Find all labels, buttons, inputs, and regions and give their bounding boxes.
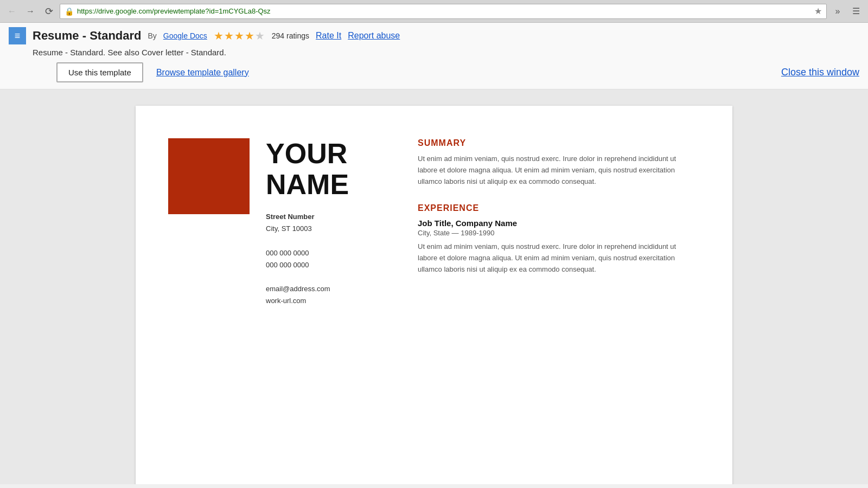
overflow-button[interactable]: » — [830, 4, 845, 19]
city-state-zip: City, ST 10003 — [266, 223, 349, 235]
address-bar: 🔒 https://drive.google.com/previewtempla… — [60, 4, 827, 19]
phone2: 000 000 0000 — [266, 259, 349, 271]
email: email@address.com — [266, 283, 349, 295]
doc-icon: ≡ — [9, 27, 26, 44]
job-title: Job Title, Company Name — [418, 219, 689, 228]
close-window-link[interactable]: Close this window — [781, 67, 859, 78]
resume-right: SUMMARY Ut enim ad minim veniam, quis no… — [418, 138, 689, 275]
back-button[interactable]: ← — [4, 4, 20, 19]
resume-header: YOURNAME Street Number City, ST 10003 00… — [168, 138, 689, 307]
name-block: YOURNAME Street Number City, ST 10003 00… — [266, 138, 349, 307]
forward-button[interactable]: → — [23, 4, 38, 19]
author-link[interactable]: Google Docs — [163, 31, 207, 40]
menu-button[interactable]: ☰ — [848, 4, 864, 19]
name-photo-block: YOURNAME Street Number City, ST 10003 00… — [168, 138, 396, 307]
preview-area: YOURNAME Street Number City, ST 10003 00… — [0, 89, 868, 484]
summary-text: Ut enim ad minim veniam, quis nostrud ex… — [418, 153, 689, 187]
bookmark-icon[interactable]: ★ — [814, 6, 822, 16]
your-name: YOURNAME — [266, 138, 349, 200]
refresh-button[interactable]: ⟳ — [41, 4, 56, 19]
browser-toolbar: ← → ⟳ 🔒 https://drive.google.com/preview… — [0, 0, 868, 23]
photo-placeholder — [168, 138, 250, 214]
lock-icon: 🔒 — [65, 7, 74, 16]
template-title: Resume - Standard — [33, 29, 142, 43]
header-row1: ≡ Resume - Standard By Google Docs ★★★★★… — [9, 27, 859, 44]
resume-page: YOURNAME Street Number City, ST 10003 00… — [136, 106, 732, 484]
star-rating: ★★★★★ — [214, 29, 265, 42]
street-address: Street Number — [266, 211, 349, 223]
header-subtitle: Resume - Standard. See also Cover letter… — [33, 48, 859, 57]
job-meta: City, State — 1989-1990 — [418, 229, 689, 237]
header-bar: ≡ Resume - Standard By Google Docs ★★★★★… — [0, 23, 868, 89]
header-row3: Use this template Browse template galler… — [56, 62, 249, 82]
ratings-count: 294 ratings — [272, 31, 309, 40]
report-link[interactable]: Report abuse — [348, 31, 400, 41]
summary-heading: SUMMARY — [418, 138, 689, 148]
url-text: https://drive.google.com/previewtemplate… — [77, 7, 811, 15]
header-actions: Use this template Browse template galler… — [33, 62, 859, 82]
browse-gallery-link[interactable]: Browse template gallery — [156, 68, 249, 78]
by-text: By — [148, 31, 157, 40]
phone1: 000 000 0000 — [266, 247, 349, 259]
contact-block: Street Number City, ST 10003 000 000 000… — [266, 211, 349, 307]
experience-heading: EXPERIENCE — [418, 203, 689, 213]
job-description: Ut enim ad minim veniam, quis nostrud ex… — [418, 241, 689, 275]
rate-link[interactable]: Rate It — [316, 31, 341, 41]
website: work-url.com — [266, 295, 349, 307]
use-template-button[interactable]: Use this template — [56, 62, 143, 82]
